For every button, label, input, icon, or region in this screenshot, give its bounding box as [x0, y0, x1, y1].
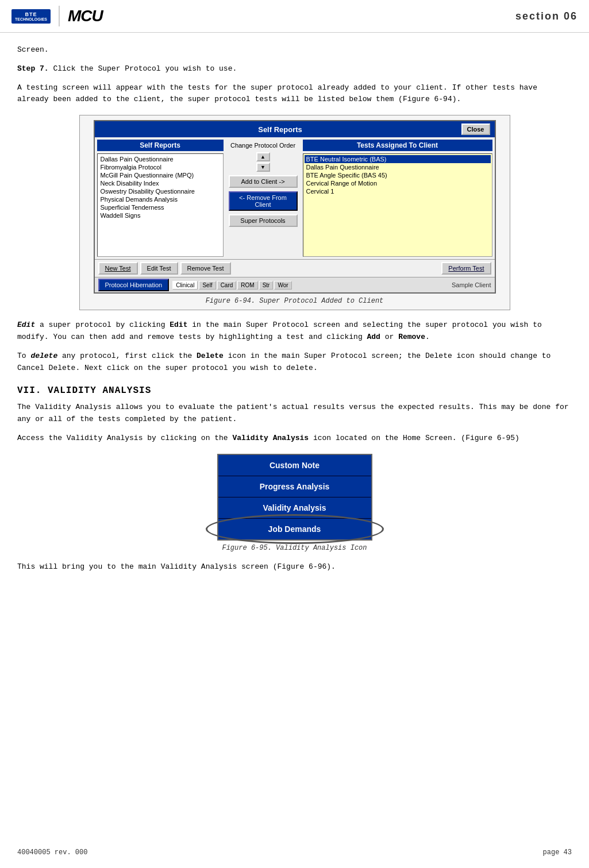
self-reports-list[interactable]: Dallas Pain Questionnaire Fibromyalgia P…: [97, 153, 224, 257]
right-panel: Tests Assigned To Client BTE Neutral Iso…: [303, 140, 492, 257]
page-footer: 40040005 rev. 000 page 43: [17, 848, 572, 857]
figure-6-94-container: Self Reports Close Self Reports Dallas P…: [79, 115, 510, 310]
add-bold: Add: [367, 333, 380, 341]
edit-test-button[interactable]: Edit Test: [140, 262, 178, 275]
job-demands-button[interactable]: Job Demands: [218, 519, 371, 539]
change-order-label: Change Protocol Order: [230, 142, 295, 149]
icon-buttons-container: Custom Note Progress Analysis Validity A…: [217, 454, 372, 541]
page-header: BTE TECHNOLOGIES MCU section 06: [0, 0, 589, 33]
arrow-down-button[interactable]: ▼: [256, 163, 270, 172]
remove-from-client-button[interactable]: <- Remove From Client: [229, 191, 298, 211]
dialog-tabs-bar: Protocol Hibernation Clinical Self Card …: [95, 277, 495, 292]
protocol-hibernation-button[interactable]: Protocol Hibernation: [98, 279, 170, 291]
section-label: section 06: [515, 10, 578, 22]
page-content: Screen. Step 7. Click the Super Protocol…: [0, 33, 589, 592]
dialog-body: Self Reports Dallas Pain Questionnaire F…: [95, 137, 495, 259]
tab-card[interactable]: Card: [217, 281, 237, 290]
mcu-logo: MCU: [68, 7, 103, 25]
edit-italic-bold: Edit: [17, 321, 35, 329]
left-panel-title: Self Reports: [97, 140, 224, 151]
footer-right: page 43: [543, 848, 572, 857]
arrow-up-button[interactable]: ▲: [256, 152, 270, 161]
validity-analysis-button[interactable]: Validity Analysis: [218, 497, 371, 519]
tab-rom[interactable]: ROM: [237, 281, 257, 290]
test-item[interactable]: BTE Angle Specific (BAS 45): [305, 171, 491, 179]
new-test-button[interactable]: New Test: [98, 262, 138, 275]
add-to-client-button[interactable]: Add to Client ->: [229, 175, 298, 188]
list-item[interactable]: Fibromyalgia Protocol: [99, 163, 222, 171]
tests-panel-title: Tests Assigned To Client: [303, 140, 492, 151]
delete-italic: delete: [30, 352, 57, 360]
figure-6-94-caption: Figure 6-94. Super Protocol Added to Cli…: [206, 297, 384, 305]
close-button[interactable]: Close: [461, 124, 490, 135]
arrow-buttons: ▲ ▼: [256, 152, 270, 172]
vii-para2-suffix: icon located on the Home Screen. (Figure…: [313, 434, 519, 442]
edit-bold: Edit: [170, 321, 187, 329]
tab-clinical[interactable]: Clinical: [172, 281, 198, 290]
dialog-titlebar: Self Reports Close: [95, 121, 495, 137]
list-item[interactable]: Waddell Signs: [99, 211, 222, 219]
edit-para: Edit a super protocol by clicking Edit i…: [17, 319, 572, 344]
remove-bold: Remove: [398, 333, 425, 341]
list-item[interactable]: McGill Pain Questionnaire (MPQ): [99, 171, 222, 179]
sample-client-label: Sample Client: [452, 281, 491, 288]
tests-list[interactable]: BTE Neutral Isometric (BAS) Dallas Pain …: [303, 153, 492, 257]
super-protocols-button[interactable]: Super Protocols: [229, 214, 298, 227]
step7-text: Click the Super Protocol you wish to use…: [53, 64, 237, 73]
bte-logo: BTE TECHNOLOGIES: [11, 9, 51, 24]
tabs-left-group: Protocol Hibernation Clinical Self Card …: [98, 279, 292, 291]
step7-label: Step 7.: [17, 64, 49, 73]
list-item[interactable]: Dallas Pain Questionnaire: [99, 155, 222, 163]
list-item[interactable]: Oswestry Disability Questionnaire: [99, 187, 222, 195]
screen-label: Screen.: [17, 44, 572, 56]
middle-panel: Change Protocol Order ▲ ▼ Add to Client …: [226, 140, 301, 257]
list-item[interactable]: Physical Demands Analysis: [99, 195, 222, 203]
dialog-title: Self Reports: [99, 125, 461, 134]
validity-analysis-bold: Validity Analysis: [232, 434, 309, 442]
custom-note-button[interactable]: Custom Note: [218, 455, 371, 476]
tab-wor[interactable]: Wor: [274, 281, 291, 290]
vii-para2-prefix: Access the Validity Analysis by clicking…: [17, 434, 228, 442]
test-item[interactable]: Cervical Range of Motion: [305, 179, 491, 187]
test-item[interactable]: BTE Neutral Isometric (BAS): [305, 155, 491, 163]
logo-area: BTE TECHNOLOGIES MCU: [11, 6, 103, 26]
perform-test-button[interactable]: Perform Test: [441, 262, 491, 275]
progress-analysis-button[interactable]: Progress Analysis: [218, 476, 371, 497]
tab-self[interactable]: Self: [199, 281, 215, 290]
intro-para1: A testing screen will appear with the te…: [17, 82, 572, 106]
test-item[interactable]: Dallas Pain Questionnaire: [305, 163, 491, 171]
list-item[interactable]: Superficial Tenderness: [99, 203, 222, 211]
section-vii-heading: VII. VALIDITY ANALYSIS: [17, 385, 572, 396]
test-item[interactable]: Cervical 1: [305, 187, 491, 195]
dialog-bottom-bar: New Test Edit Test Remove Test Perform T…: [95, 259, 495, 277]
delete-bold: Delete: [197, 352, 224, 360]
tab-str[interactable]: Str: [259, 281, 274, 290]
bottom-left-buttons: New Test Edit Test Remove Test: [98, 262, 231, 275]
delete-para: To delete any protocol, first click the …: [17, 350, 572, 375]
vii-para1: The Validity Analysis allows you to eval…: [17, 402, 572, 426]
footer-left: 40040005 rev. 000: [17, 848, 87, 857]
self-reports-dialog: Self Reports Close Self Reports Dallas P…: [94, 120, 496, 294]
figure-6-95-caption: Figure 6-95. Validity Analysis Icon: [222, 544, 367, 552]
logo-divider: [59, 6, 60, 26]
figure-6-95-container: Custom Note Progress Analysis Validity A…: [180, 454, 410, 552]
tab-group: Clinical Self Card ROM Str Wor: [172, 281, 291, 290]
remove-test-button[interactable]: Remove Test: [180, 262, 231, 275]
vii-para2: Access the Validity Analysis by clicking…: [17, 433, 572, 445]
step7-para: Step 7. Click the Super Protocol you wis…: [17, 63, 572, 75]
left-panel: Self Reports Dallas Pain Questionnaire F…: [97, 140, 224, 257]
icon-box: Custom Note Progress Analysis Validity A…: [217, 454, 372, 541]
closing-para: This will bring you to the main Validity…: [17, 561, 572, 573]
list-item[interactable]: Neck Disability Index: [99, 179, 222, 187]
